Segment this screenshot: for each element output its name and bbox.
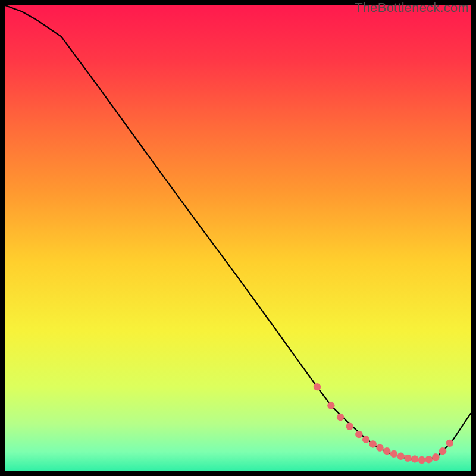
highlight-dot <box>418 456 425 464</box>
highlight-dot <box>346 423 353 430</box>
highlight-dot <box>327 402 334 409</box>
highlight-dot <box>369 440 377 447</box>
highlight-dot <box>425 456 432 463</box>
chart-container: TheBottleneck.com <box>0 0 476 476</box>
highlight-dot <box>376 444 383 451</box>
highlight-dot <box>362 436 369 443</box>
highlight-dot <box>314 383 321 390</box>
highlight-dot <box>337 414 344 421</box>
highlight-dot <box>439 447 446 455</box>
highlight-dot <box>355 431 362 438</box>
highlight-dot <box>390 450 397 458</box>
highlight-dot <box>446 440 453 447</box>
highlight-dot <box>383 447 390 455</box>
chart-svg <box>5 5 471 471</box>
plot-area <box>5 5 471 471</box>
highlight-dot <box>411 455 418 462</box>
highlight-dot <box>432 453 439 461</box>
watermark-text: TheBottleneck.com <box>355 0 469 15</box>
background-rect <box>5 5 471 471</box>
highlight-dot <box>404 455 411 462</box>
highlight-dot <box>397 453 405 460</box>
